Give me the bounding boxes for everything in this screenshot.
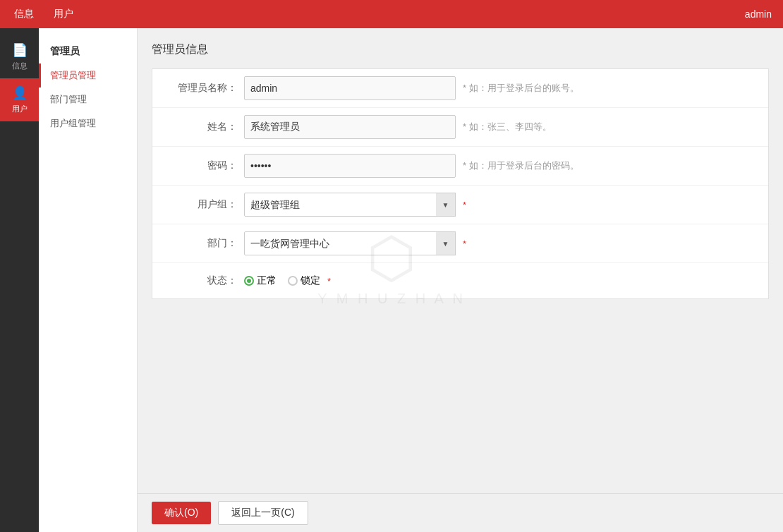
form-row-dept: 部门： 一吃货网管理中心 技术部 运营部 ▼ * [152, 224, 768, 263]
main-content: 管理员信息 管理员名称： * 如：用于登录后台的账号。 姓名： * 如：张三、李… [138, 28, 783, 532]
top-nav-user[interactable]: 用户 [51, 8, 76, 20]
hint-admin-name: * 如：用于登录后台的账号。 [463, 82, 579, 95]
label-dept: 部门： [166, 237, 237, 250]
radio-group-status: 正常 锁定 [244, 274, 320, 287]
label-status: 状态： [166, 274, 237, 287]
label-fullname: 姓名： [166, 121, 237, 133]
info-icon: 📄 [12, 42, 28, 58]
select-usergroup-wrapper: 超级管理组 普通管理组 ▼ [244, 193, 456, 217]
top-nav-admin: admin [745, 8, 772, 20]
left-menu-dept-manage[interactable]: 部门管理 [39, 87, 137, 111]
select-dept-wrapper: 一吃货网管理中心 技术部 运营部 ▼ [244, 231, 456, 255]
field-admin-name: * 如：用于登录后台的账号。 [244, 76, 754, 100]
field-password: * 如：用于登录后台的密码。 [244, 154, 754, 178]
label-admin-name: 管理员名称： [166, 82, 237, 95]
top-nav-info[interactable]: 信息 [11, 8, 37, 20]
top-navigation: 信息 用户 admin [0, 0, 783, 28]
sidebar-info-label: 信息 [12, 61, 28, 71]
form-row-fullname: 姓名： * 如：张三、李四等。 [152, 108, 768, 147]
back-button[interactable]: 返回上一页(C) [218, 501, 308, 525]
left-menu-group-manage[interactable]: 用户组管理 [39, 111, 137, 135]
input-admin-name[interactable] [244, 76, 456, 100]
form-row-admin-name: 管理员名称： * 如：用于登录后台的账号。 [152, 69, 768, 108]
required-status: * [327, 276, 331, 286]
left-menu-title: 管理员 [39, 40, 137, 64]
radio-locked-dot [288, 276, 298, 286]
field-dept: 一吃货网管理中心 技术部 运营部 ▼ * [244, 231, 754, 255]
field-fullname: * 如：张三、李四等。 [244, 115, 754, 139]
field-status: 正常 锁定 * [244, 274, 754, 287]
hint-password: * 如：用于登录后台的密码。 [463, 159, 579, 172]
user-icon: 👤 [12, 85, 28, 101]
left-menu: 管理员 管理员管理 部门管理 用户组管理 [39, 28, 138, 532]
page-title: 管理员信息 [152, 42, 769, 57]
hint-fullname: * 如：张三、李四等。 [463, 121, 552, 133]
form-row-password: 密码： * 如：用于登录后台的密码。 [152, 147, 768, 186]
sidebar: 📄 信息 👤 用户 [0, 28, 39, 532]
input-password[interactable] [244, 154, 456, 178]
required-usergroup: * [463, 200, 466, 210]
confirm-button[interactable]: 确认(O) [152, 502, 211, 524]
radio-locked-label: 锁定 [301, 274, 320, 287]
select-usergroup[interactable]: 超级管理组 普通管理组 [244, 193, 456, 217]
form-row-usergroup: 用户组： 超级管理组 普通管理组 ▼ * [152, 186, 768, 224]
label-password: 密码： [166, 159, 237, 172]
radio-locked[interactable]: 锁定 [288, 274, 320, 287]
footer-bar: 确认(O) 返回上一页(C) [138, 493, 783, 532]
radio-normal[interactable]: 正常 [244, 274, 277, 287]
radio-normal-dot [244, 276, 254, 286]
input-fullname[interactable] [244, 115, 456, 139]
field-usergroup: 超级管理组 普通管理组 ▼ * [244, 193, 754, 217]
radio-normal-label: 正常 [257, 274, 277, 287]
form-row-status: 状态： 正常 锁定 * [152, 263, 768, 298]
required-dept: * [463, 238, 466, 249]
main-layout: 📄 信息 👤 用户 管理员 管理员管理 部门管理 用户组管理 管理员信息 管理员… [0, 28, 783, 532]
top-nav-left: 信息 用户 [11, 8, 76, 20]
sidebar-item-info[interactable]: 📄 信息 [0, 35, 39, 78]
sidebar-user-label: 用户 [12, 104, 28, 114]
select-dept[interactable]: 一吃货网管理中心 技术部 运营部 [244, 231, 456, 255]
label-usergroup: 用户组： [166, 198, 237, 211]
left-menu-admin-manage[interactable]: 管理员管理 [39, 64, 137, 87]
sidebar-item-user[interactable]: 👤 用户 [0, 78, 39, 121]
form-card: 管理员名称： * 如：用于登录后台的账号。 姓名： * 如：张三、李四等。 密码… [152, 68, 769, 299]
